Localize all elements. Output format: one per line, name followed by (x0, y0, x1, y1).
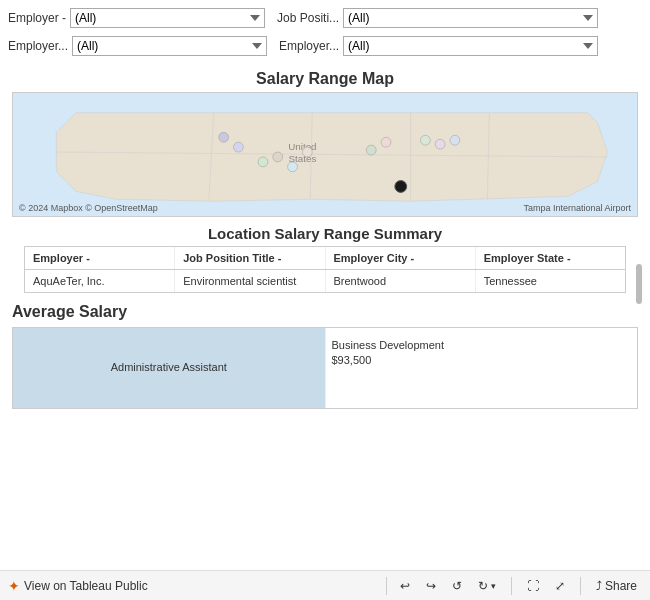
location-summary-title: Location Salary Range Summary (0, 217, 650, 246)
expand-button[interactable]: ⤢ (550, 577, 570, 595)
job-position-label: Job Positi... (277, 11, 339, 25)
map-attribution: © 2024 Mapbox © OpenStreetMap (19, 203, 158, 213)
redo-button[interactable]: ↪ (421, 577, 441, 595)
cell-employer: AquAeTer, Inc. (25, 270, 175, 292)
employer3-select[interactable]: (All) (343, 36, 598, 56)
expand-icon: ⤢ (555, 579, 565, 593)
salary-range-map-title: Salary Range Map (0, 62, 650, 92)
forward-icon: ↻ (478, 579, 488, 593)
employer-label: Employer - (8, 11, 66, 25)
bar-business-development: Business Development $93,500 (326, 328, 638, 408)
table-scrollbar[interactable] (636, 264, 642, 304)
svg-point-3 (219, 132, 229, 142)
svg-point-10 (381, 137, 391, 147)
svg-point-6 (273, 152, 283, 162)
svg-point-8 (302, 147, 312, 157)
cell-state: Tennessee (476, 270, 625, 292)
employer3-label: Employer... (279, 39, 339, 53)
svg-point-5 (258, 157, 268, 167)
employer2-select[interactable]: (All) (72, 36, 267, 56)
toolbar-divider-3 (580, 577, 581, 595)
salary-range-map: United States © 2024 Mapbox © OpenStreet… (12, 92, 638, 217)
col-state: Employer State - (476, 247, 625, 269)
bottom-toolbar: ✦ View on Tableau Public ↩ ↪ ↺ ↻ ▾ ⛶ ⤢ ⤴… (0, 570, 650, 600)
fullscreen-icon: ⛶ (527, 579, 539, 593)
employer-select[interactable]: (All) (70, 8, 265, 28)
svg-point-11 (420, 135, 430, 145)
bar-value-bizdev: $93,500 (332, 354, 372, 366)
col-job-title: Job Position Title - (175, 247, 325, 269)
back-nav-button[interactable]: ↺ (447, 577, 467, 595)
filter-row-2: Employer... (All) Employer... (All) (0, 34, 650, 62)
col-city: Employer City - (326, 247, 476, 269)
svg-point-9 (366, 145, 376, 155)
svg-point-14 (395, 181, 407, 193)
share-label: Share (605, 579, 637, 593)
fullscreen-button[interactable]: ⛶ (522, 577, 544, 595)
svg-text:United: United (288, 141, 316, 152)
forward-nav-button[interactable]: ↻ ▾ (473, 577, 501, 595)
filter-row-1: Employer - (All) Job Positi... (All) (0, 0, 650, 34)
view-on-tableau-label: View on Tableau Public (24, 579, 148, 593)
job-position-select[interactable]: (All) (343, 8, 598, 28)
tableau-icon: ✦ (8, 578, 20, 594)
tableau-view-link[interactable]: ✦ View on Tableau Public (8, 578, 378, 594)
bar-administrative-assistant: Administrative Assistant (13, 328, 326, 408)
average-salary-title: Average Salary (0, 293, 650, 327)
map-location-label: Tampa International Airport (523, 203, 631, 213)
location-summary-table-wrapper: Employer - Job Position Title - Employer… (12, 246, 638, 293)
average-salary-chart: Administrative Assistant Business Develo… (12, 327, 638, 409)
svg-point-13 (450, 135, 460, 145)
cell-city: Brentwood (326, 270, 476, 292)
dropdown-arrow-icon: ▾ (491, 581, 496, 591)
share-button[interactable]: ⤴ Share (591, 577, 642, 595)
table-header: Employer - Job Position Title - Employer… (25, 247, 625, 270)
undo-button[interactable]: ↩ (395, 577, 415, 595)
col-employer: Employer - (25, 247, 175, 269)
share-icon: ⤴ (596, 579, 602, 593)
toolbar-divider-1 (386, 577, 387, 595)
bar-label-admin: Administrative Assistant (111, 360, 227, 374)
toolbar-controls: ↩ ↪ ↺ ↻ ▾ ⛶ ⤢ ⤴ Share (395, 577, 642, 595)
cell-job-title: Environmental scientist (175, 270, 325, 292)
table-row: AquAeTer, Inc. Environmental scientist B… (25, 270, 625, 292)
svg-point-4 (233, 142, 243, 152)
toolbar-divider-2 (511, 577, 512, 595)
svg-point-7 (288, 162, 298, 172)
undo-icon: ↩ (400, 579, 410, 593)
svg-point-12 (435, 139, 445, 149)
employer2-label: Employer... (8, 39, 68, 53)
back-icon: ↺ (452, 579, 462, 593)
redo-icon: ↪ (426, 579, 436, 593)
bar-chart-inner: Administrative Assistant Business Develo… (13, 328, 637, 408)
location-summary-table: Employer - Job Position Title - Employer… (24, 246, 626, 293)
bar-label-bizdev: Business Development (332, 338, 445, 352)
